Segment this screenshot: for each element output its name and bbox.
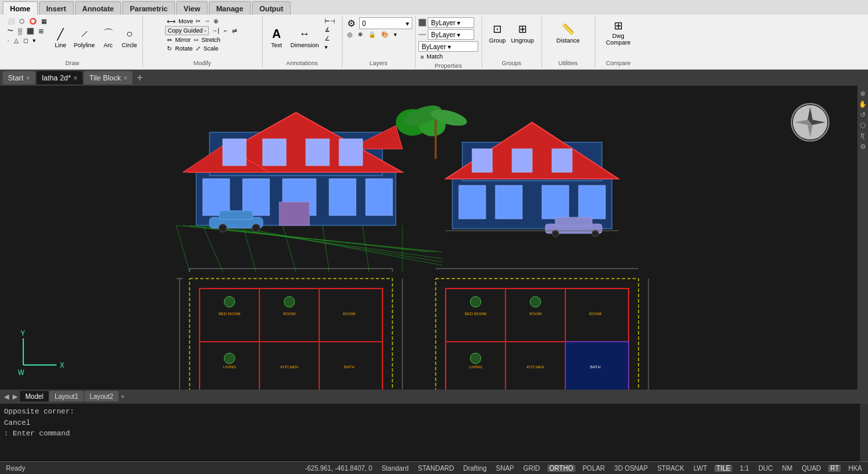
chamfer-btn[interactable]: ⌐ xyxy=(222,27,229,35)
drawing-canvas[interactable]: BED ROOM ROOM ROOM LIVING KITCHEN BATH R… xyxy=(0,86,857,390)
arc-btn[interactable]: ⌒ Arc xyxy=(98,17,118,57)
dim-aligned-btn[interactable]: ∡ xyxy=(323,26,337,34)
line-btn[interactable]: ╱ Line xyxy=(51,17,71,57)
status-standard2[interactable]: STANDARD xyxy=(416,465,456,472)
status-bar: Ready -625.961, -461.8407, 0 Standard ST… xyxy=(0,461,868,474)
tab-home[interactable]: Home xyxy=(3,1,38,15)
join-btn[interactable]: ⊕ xyxy=(212,17,221,25)
layer-properties-btn[interactable]: ⚙ xyxy=(345,17,358,29)
new-tab-btn[interactable]: + xyxy=(134,72,145,84)
status-strack[interactable]: STRACK xyxy=(655,465,686,472)
layers-dropdown[interactable]: 0 ▾ xyxy=(359,17,412,29)
dim-linear-btn[interactable]: ⊢⊣ xyxy=(323,17,337,25)
table-btn[interactable]: ⊞ xyxy=(37,27,46,35)
reverse-btn[interactable]: ⇌ xyxy=(230,27,239,35)
layout-next-btn[interactable]: ▶ xyxy=(11,393,19,400)
polyline-btn[interactable]: ⟋ Polyline xyxy=(72,17,97,57)
stretch-btn[interactable]: ⇿ xyxy=(192,36,201,44)
tab-latha-close[interactable]: × xyxy=(74,74,78,82)
status-drafting[interactable]: Drafting xyxy=(462,465,489,472)
tab-output[interactable]: Output xyxy=(252,1,291,15)
rotate-btn[interactable]: ↻ xyxy=(165,45,174,53)
layout-add-btn[interactable]: + xyxy=(119,393,126,400)
status-nm[interactable]: NM xyxy=(780,465,795,472)
bylayer-color-dropdown[interactable]: ByLayer ▾ xyxy=(428,17,474,28)
dwg-compare-icon: ⊞ xyxy=(611,19,627,33)
right-orbit-btn[interactable]: ↺ xyxy=(858,110,867,119)
copy-btn[interactable]: Copy Guided - xyxy=(165,26,209,35)
right-tool-btn[interactable]: ⚙ xyxy=(858,142,867,151)
right-fx-btn[interactable]: f( xyxy=(858,131,867,140)
status-3dosnap[interactable]: 3D OSNAP xyxy=(613,465,651,472)
status-standard[interactable]: Standard xyxy=(380,465,411,472)
circle-btn[interactable]: ○ Circle xyxy=(120,17,140,57)
revision-btn[interactable]: △ xyxy=(12,37,21,45)
hatch-btn[interactable]: ▦ xyxy=(39,17,49,25)
tab-start[interactable]: Start × xyxy=(3,71,35,84)
status-polar[interactable]: POLAR xyxy=(581,465,607,472)
tab-manage[interactable]: Manage xyxy=(209,1,251,15)
region-btn[interactable]: ⬛ xyxy=(25,27,36,35)
layout2-tab[interactable]: Layout2 xyxy=(84,391,119,402)
tab-tileblock[interactable]: Tile Block × xyxy=(84,71,132,84)
move-btn[interactable]: ⟷ xyxy=(165,17,178,25)
group-btn[interactable]: ⊡ Group xyxy=(487,17,507,47)
text-btn[interactable]: A Text xyxy=(267,17,287,57)
status-ortho[interactable]: ORTHO xyxy=(547,465,575,472)
right-zoom-btn[interactable]: ⊕ xyxy=(858,88,867,98)
layout1-tab[interactable]: Layout1 xyxy=(49,391,84,402)
dwg-compare-btn[interactable]: ⊞ DwgCompare xyxy=(604,17,633,47)
status-hka[interactable]: HKA xyxy=(846,465,864,472)
bylayer-linetype-dropdown[interactable]: ByLayer ▾ xyxy=(428,29,474,40)
tab-view[interactable]: View xyxy=(176,1,208,15)
modify-row3: ⇔ Mirror ⇿ Stretch xyxy=(165,36,239,44)
ellipse-btn[interactable]: ⭕ xyxy=(27,17,39,25)
tab-parametric[interactable]: Parametric xyxy=(122,1,175,15)
polygon-btn[interactable]: ⬡ xyxy=(17,17,27,25)
match-properties-btn[interactable]: ≡ xyxy=(418,53,426,61)
status-tile[interactable]: TILE xyxy=(714,465,732,472)
right-pan-btn[interactable]: ✋ xyxy=(858,99,867,108)
status-grid[interactable]: GRID xyxy=(521,465,542,472)
mirror-btn[interactable]: ⇔ xyxy=(165,36,174,44)
layout-model-tab[interactable]: Model xyxy=(20,391,49,402)
extend-btn[interactable]: →| xyxy=(210,27,221,35)
tab-insert[interactable]: Insert xyxy=(39,1,74,15)
tab-start-close[interactable]: × xyxy=(26,74,30,82)
more-draw-btn[interactable]: ▾ xyxy=(31,37,38,45)
dim-angular-btn[interactable]: ∠ xyxy=(323,35,337,43)
point-btn[interactable]: · xyxy=(5,37,11,45)
tab-annotate[interactable]: Annotate xyxy=(75,1,122,15)
status-quad[interactable]: QUAD xyxy=(799,465,823,472)
status-rt[interactable]: RT xyxy=(828,465,841,472)
rectangle-btn[interactable]: ⬜ xyxy=(5,17,17,25)
layer-freeze-btn[interactable]: ❄ xyxy=(356,31,365,39)
spline-btn[interactable]: 〜 xyxy=(5,26,15,36)
distance-btn[interactable]: 📏 Distance xyxy=(555,17,582,47)
break-btn[interactable]: ╌ xyxy=(204,17,211,25)
tab-latha[interactable]: latha 2d* × xyxy=(37,71,82,84)
layer-more-btn[interactable]: ▾ xyxy=(392,31,399,39)
scale-btn[interactable]: ⤢ xyxy=(194,45,203,53)
layer-lock-btn[interactable]: 🔒 xyxy=(366,31,378,39)
command-scrollbar[interactable] xyxy=(860,404,868,461)
status-scale[interactable]: 1:1 xyxy=(738,465,751,472)
status-ready[interactable]: Ready xyxy=(4,465,27,472)
dim-more-btn[interactable]: ▾ xyxy=(323,43,337,51)
groups-group-label: Groups xyxy=(502,59,521,66)
status-lwt[interactable]: LWT xyxy=(692,465,709,472)
wipeout-btn[interactable]: ◻ xyxy=(21,37,30,45)
status-duc[interactable]: DUC xyxy=(756,465,775,472)
ribbon-group-utilities: 📏 Distance Utilities xyxy=(542,16,595,68)
bylayer-lineweight-dropdown[interactable]: ByLayer ▾ xyxy=(418,41,478,52)
right-cube-btn[interactable]: ⬡ xyxy=(858,120,867,130)
tab-tileblock-close[interactable]: × xyxy=(124,74,128,82)
layer-color-btn[interactable]: 🎨 xyxy=(379,31,390,39)
layer-off-btn[interactable]: ◎ xyxy=(345,31,355,39)
status-snap[interactable]: SNAP xyxy=(494,465,516,472)
trim-btn[interactable]: ✂ xyxy=(194,17,203,25)
gradient-btn[interactable]: ▒ xyxy=(16,27,24,35)
dimension-btn[interactable]: ↔ Dimension xyxy=(289,17,321,57)
ungroup-btn[interactable]: ⊞ Ungroup xyxy=(509,17,536,47)
layout-prev-btn[interactable]: ◀ xyxy=(3,393,11,400)
